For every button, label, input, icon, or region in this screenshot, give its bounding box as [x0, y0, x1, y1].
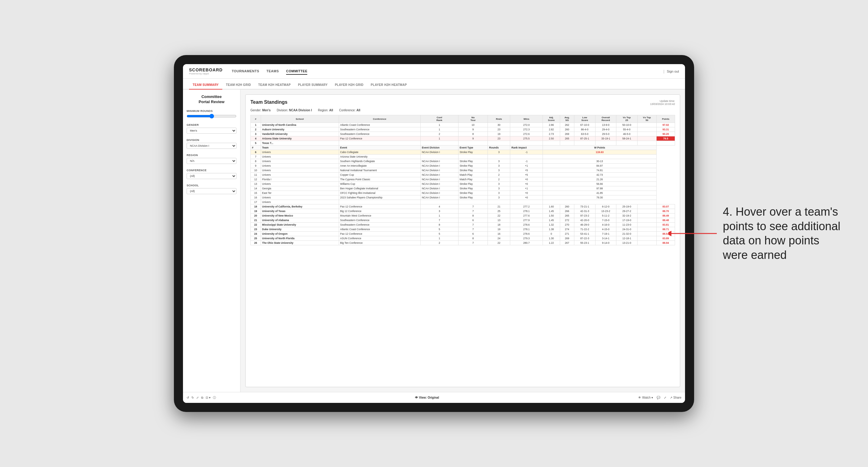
logo-area: SCOREBOARD Powered by clippd: [189, 67, 223, 75]
table-row[interactable]: 1 University of North Carolina Atlantic …: [251, 123, 675, 127]
table-row[interactable]: 23 Duke University Atlantic Coast Confer…: [251, 227, 675, 232]
watch-btn[interactable]: 👁 Watch ▾: [638, 396, 653, 399]
main-panel: Team Standings Update time:13/03/2024 10…: [241, 90, 685, 392]
sidebar-region-label: Region: [187, 154, 237, 157]
copy-btn[interactable]: ⧉: [201, 396, 203, 400]
tooltip-row: 11 Univers Copper Cup NCAA Division I Ma…: [251, 173, 675, 177]
col-no-tour: NoTour: [458, 115, 488, 123]
logo-text: SCOREBOARD: [189, 67, 223, 72]
col-overall: OverallRecord: [595, 115, 616, 123]
col-school: School: [261, 115, 339, 123]
sidebar-division: Division NCAA Division I NCAA Division I…: [187, 138, 237, 149]
tablet-screen: SCOREBOARD Powered by clippd TOURNAMENTS…: [183, 64, 685, 403]
school-select[interactable]: (All): [187, 188, 237, 194]
filter-conference: Conference: All: [339, 108, 360, 112]
sidebar-conference: Conference (All): [187, 169, 237, 179]
tooltip-row: 9 Univers Amer An Intercollegiate NCAA D…: [251, 164, 675, 168]
sub-nav: TEAM SUMMARY TEAM H2H GRID TEAM H2H HEAT…: [183, 79, 685, 90]
subnav-player-h2h-heatmap[interactable]: PLAYER H2H HEATMAP: [367, 81, 410, 90]
main-nav: TOURNAMENTS TEAMS COMMITTEE: [232, 68, 663, 75]
comment-btn[interactable]: 💬: [657, 396, 660, 399]
sidebar: CommitteePortal Review Minimum Rounds Ge…: [183, 90, 241, 392]
more-btn[interactable]: ⊡ ▾: [206, 396, 211, 400]
expand-icon[interactable]: ⤢: [664, 396, 666, 399]
table-row[interactable]: 18 University of California, Berkeley Pa…: [251, 205, 675, 209]
table-row[interactable]: 21 University of Alabama Southeastern Co…: [251, 218, 675, 223]
sign-out-btn[interactable]: Sign out: [667, 69, 679, 73]
sidebar-conference-label: Conference: [187, 169, 237, 172]
tooltip-row: 14 Georgia Ben Hogan Collegiate Invitati…: [251, 186, 675, 191]
col-conf-rank: ConfRank: [421, 115, 458, 123]
col-rnds: Rnds: [488, 115, 510, 123]
sidebar-min-rounds: Minimum Rounds: [187, 110, 237, 119]
tooltip-row: 15 East Ter OFCC Fighting Illini Invitat…: [251, 191, 675, 195]
division-select[interactable]: NCAA Division I NCAA Division II: [187, 143, 237, 149]
tooltip-row: 8 Univers Southern Highlands Collegiate …: [251, 159, 675, 164]
report-title: Team Standings: [250, 99, 287, 105]
col-low-score: LowScore: [574, 115, 595, 123]
table-row[interactable]: 26 The Ohio State University Big Ten Con…: [251, 241, 675, 245]
toolbar-left: ↺ ↻ ⤢ ⧉ ⊡ ▾ ⓘ: [187, 396, 216, 400]
table-row[interactable]: 2 Auburn University Southeastern Confere…: [251, 127, 675, 132]
tooltip-header-row: # Team Event Event Division Event Type R…: [251, 146, 675, 150]
undo-btn[interactable]: ↺: [187, 396, 189, 400]
subnav-player-summary[interactable]: PLAYER SUMMARY: [294, 81, 331, 90]
share-btn[interactable]: ↗ Share: [670, 396, 681, 399]
table-row[interactable]: 19 University of Texas Big 12 Conference…: [251, 209, 675, 214]
filter-row: Gender: Men's Division: NCAA Division I …: [250, 108, 675, 112]
col-conference: Conference: [339, 115, 421, 123]
sidebar-region: Region N/A All: [187, 154, 237, 164]
report-container: Team Standings Update time:13/03/2024 10…: [245, 94, 680, 387]
info-btn[interactable]: ⓘ: [213, 396, 216, 400]
update-time: Update time:13/03/2024 10:03:42: [650, 99, 675, 105]
annotation-container: 4. Hover over a team's points to see add…: [723, 216, 844, 274]
table-row[interactable]: 22 Mississippi State University Southeas…: [251, 223, 675, 227]
logo-sub: Powered by clippd: [189, 72, 223, 75]
table-header-row: # School Conference ConfRank NoTour Rnds…: [251, 115, 675, 123]
sidebar-division-label: Division: [187, 138, 237, 142]
share-icon: ↗: [670, 396, 672, 399]
filter-division: Division: NCAA Division I: [277, 108, 312, 112]
annotation-text: 4. Hover over a team's points to see add…: [723, 205, 844, 262]
subnav-team-h2h-heatmap[interactable]: TEAM H2H HEATMAP: [255, 81, 294, 90]
watch-icon: 👁: [638, 396, 641, 399]
subnav-team-summary[interactable]: TEAM SUMMARY: [189, 81, 222, 90]
redo-btn[interactable]: ↻: [191, 396, 194, 400]
subnav-player-h2h-grid[interactable]: PLAYER H2H GRID: [331, 81, 367, 90]
table-row[interactable]: 24 University of Oregon Pac-12 Conferenc…: [251, 232, 675, 236]
col-points: Points: [657, 115, 675, 123]
region-select[interactable]: N/A All: [187, 158, 237, 164]
tooltip-row: 7 Univers Arizona State University: [251, 155, 675, 159]
tooltip-row: 12 Florida I The Cypress Point Classic N…: [251, 177, 675, 182]
table-row-highlighted[interactable]: 4 Arizona State University Pac-12 Confer…: [251, 136, 675, 141]
tooltip-row: 10 Univers National Invitational Tournam…: [251, 168, 675, 173]
table-row[interactable]: 25 University of North Florida ASUN Conf…: [251, 236, 675, 241]
tooltip-row: 16 Univers 2023 Sahalee Players Champion…: [251, 195, 675, 200]
subnav-team-h2h-grid[interactable]: TEAM H2H GRID: [222, 81, 255, 90]
sidebar-portal-title: CommitteePortal Review: [187, 94, 237, 105]
tooltip-row: 6 Univers Cabo Collegiate NCAA Division …: [251, 150, 675, 155]
nav-committee[interactable]: COMMITTEE: [286, 68, 308, 75]
expand-btn[interactable]: ⤢: [196, 396, 199, 400]
view-original-btn[interactable]: 👁 View: Original: [415, 396, 439, 399]
app-header: SCOREBOARD Powered by clippd TOURNAMENTS…: [183, 64, 685, 79]
sidebar-school-label: School: [187, 184, 237, 187]
main-content: CommitteePortal Review Minimum Rounds Ge…: [183, 90, 685, 392]
gender-select[interactable]: Men's Women's: [187, 128, 237, 134]
filter-region: Region: All: [318, 108, 333, 112]
table-row[interactable]: 5 Texas T...: [251, 141, 675, 146]
report-header: Team Standings Update time:13/03/2024 10…: [250, 99, 675, 105]
sidebar-gender-label: Gender: [187, 123, 237, 126]
bottom-toolbar: ↺ ↻ ⤢ ⧉ ⊡ ▾ ⓘ 👁 View: Original 👁 Watch ▾…: [183, 392, 685, 403]
conference-select[interactable]: (All): [187, 173, 237, 179]
table-row[interactable]: 3 Vanderbilt University Southeastern Con…: [251, 132, 675, 136]
eye-icon: 👁: [415, 396, 418, 399]
sidebar-min-rounds-label: Minimum Rounds: [187, 110, 237, 113]
table-row[interactable]: 20 University of New Mexico Mountain Wes…: [251, 214, 675, 218]
col-vs-top50: Vs Top50: [637, 115, 657, 123]
nav-tournaments[interactable]: TOURNAMENTS: [232, 68, 259, 75]
col-wins: Wins: [510, 115, 543, 123]
nav-teams[interactable]: TEAMS: [267, 68, 279, 75]
min-rounds-slider[interactable]: [187, 114, 237, 119]
sidebar-school: School (All): [187, 184, 237, 194]
